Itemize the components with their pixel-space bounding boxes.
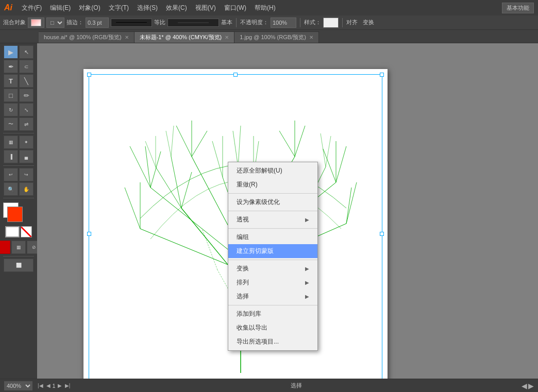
menu-file[interactable]: 文件(F)	[18, 2, 46, 14]
first-page-btn[interactable]: |◀	[37, 383, 44, 388]
context-menu-item-arrange[interactable]: 排列▶	[228, 276, 317, 289]
artboard-tool[interactable]: ⬜	[4, 259, 33, 272]
context-menu-item-pixel-opt[interactable]: 设为像素级优化	[228, 195, 317, 209]
context-menu-item-perspective[interactable]: 透视▶	[228, 213, 317, 227]
next-page-btn[interactable]: ▶	[57, 383, 63, 388]
redo-tool[interactable]: ↪	[19, 168, 33, 181]
stroke-preview	[111, 19, 152, 27]
context-menu-item-transform[interactable]: 变换▶	[228, 262, 317, 276]
context-menu-item-select[interactable]: 选择▶	[228, 289, 317, 303]
column-graph-tool[interactable]: ▐	[4, 150, 18, 163]
stroke-color-box[interactable]	[28, 18, 44, 28]
zoom-select[interactable]: 400%	[4, 381, 32, 390]
tool-sep-3	[3, 198, 34, 198]
graph-tool[interactable]: ▦	[4, 135, 18, 149]
svg-line-26	[336, 146, 346, 182]
context-menu-item-clipping-mask[interactable]: 建立剪切蒙版	[228, 244, 317, 258]
hand-tool[interactable]: ✋	[19, 182, 33, 196]
width-tool[interactable]: ⇌	[19, 117, 33, 131]
none-color-chip[interactable]	[21, 226, 32, 237]
svg-line-3	[140, 229, 241, 270]
brush-tool[interactable]: ✏	[19, 89, 33, 102]
tab-house[interactable]: house.ai* @ 100% (RGB/预览) ✕	[39, 31, 134, 43]
tool-sep-1	[3, 133, 34, 133]
svg-line-42	[145, 141, 156, 167]
symbol-tool[interactable]: ✦	[19, 135, 33, 149]
stroke-label: 描边：	[66, 19, 83, 26]
workspace-selector[interactable]: 基本功能	[502, 3, 534, 13]
svg-line-39	[238, 126, 241, 167]
menu-effect[interactable]: 效果(C)	[162, 2, 191, 14]
context-menu-sep	[228, 228, 317, 229]
menu-help[interactable]: 帮助(H)	[250, 2, 280, 14]
svg-line-47	[321, 133, 326, 167]
context-menu-sep	[228, 211, 317, 211]
direct-select-tool[interactable]: ↖	[19, 45, 33, 59]
scroll-right-btn[interactable]: ▶	[528, 382, 534, 390]
tool-row-11	[5, 226, 32, 237]
handle-tr[interactable]	[380, 73, 384, 77]
tool-row-9: ↩ ↪	[4, 168, 33, 181]
context-menu-item-collect-export[interactable]: 收集以导出	[228, 321, 317, 335]
menu-select[interactable]: 选择(S)	[133, 2, 162, 14]
text-tool[interactable]: T	[4, 74, 18, 88]
top-menu-bar: Ai 文件(F) 编辑(E) 对象(O) 文字(T) 选择(S) 效果(C) 视…	[0, 0, 538, 15]
bar-graph-tool[interactable]: ▄	[19, 150, 33, 163]
svg-line-36	[212, 141, 223, 177]
tab-house-close[interactable]: ✕	[125, 35, 129, 40]
menu-text[interactable]: 文字(T)	[105, 2, 133, 14]
undo-tool[interactable]: ↩	[4, 168, 18, 181]
pen-tool[interactable]: ✒	[4, 60, 18, 73]
svg-line-29	[295, 126, 305, 157]
line-tool[interactable]: ╲	[19, 74, 33, 88]
color-area	[3, 202, 34, 223]
stroke-type-select[interactable]: □	[46, 18, 64, 28]
tab-jpg[interactable]: 1.jpg @ 100% (RGB/预览) ✕	[234, 31, 319, 43]
zoom-tool[interactable]: 🔍	[4, 182, 18, 196]
tool-row-6: 〜 ⇌	[4, 117, 33, 131]
rect-tool[interactable]: □	[4, 89, 18, 102]
handle-mr[interactable]	[380, 232, 384, 236]
lasso-tool[interactable]: ⊂	[19, 60, 33, 73]
prev-page-btn[interactable]: ◀	[45, 383, 52, 388]
context-menu-item-export-selected[interactable]: 导出所选项目...	[228, 335, 317, 349]
svg-line-15	[130, 146, 150, 188]
gradient-btn[interactable]: ▦	[11, 241, 26, 254]
menu-edit[interactable]: 编辑(E)	[46, 2, 75, 14]
style-preview	[323, 18, 339, 28]
tool-row-10: 🔍 ✋	[4, 182, 33, 196]
menu-object[interactable]: 对象(O)	[75, 2, 104, 14]
foreground-color[interactable]	[7, 207, 23, 222]
menu-window[interactable]: 窗口(W)	[220, 2, 250, 14]
context-menu: 还原全部解锁(U)重做(R)设为像素级优化透视▶编组建立剪切蒙版变换▶排列▶选择…	[228, 162, 318, 351]
align-btn[interactable]: 对齐	[346, 19, 358, 26]
svg-line-44	[166, 131, 171, 157]
tab-untitled-close[interactable]: ✕	[225, 35, 229, 40]
tool-row-2: ✒ ⊂	[4, 60, 33, 73]
last-page-btn[interactable]: ▶|	[64, 383, 72, 388]
status-bar: 400% |◀ ◀ 1 ▶ ▶| 选择 ◀ ▶	[0, 379, 538, 392]
svg-line-20	[192, 131, 207, 157]
scale-tool[interactable]: ⤡	[19, 103, 33, 116]
rotate-tool[interactable]: ↻	[4, 103, 18, 116]
tool-row-5: ↻ ⤡	[4, 103, 33, 116]
transform-btn[interactable]: 变换	[363, 19, 374, 26]
opacity-input[interactable]	[271, 18, 296, 28]
canvas-area[interactable]: 橡皮 还原全部解锁(U)重做(R)设为像素级优化透视▶编组建立剪切蒙版变换▶排列…	[37, 43, 538, 379]
scroll-left-btn[interactable]: ◀	[522, 382, 527, 390]
warp-tool[interactable]: 〜	[4, 117, 18, 131]
context-menu-sep	[228, 193, 317, 194]
scroll-arrows: ◀ ▶	[522, 382, 534, 390]
stroke-color-chip[interactable]	[5, 226, 20, 237]
tool-sep-4	[3, 256, 34, 257]
context-menu-item-add-library[interactable]: 添加到库	[228, 307, 317, 321]
fill-color-btn[interactable]	[0, 241, 10, 254]
context-menu-item-undo-all[interactable]: 还原全部解锁(U)	[228, 164, 317, 178]
tab-jpg-close[interactable]: ✕	[309, 35, 313, 40]
menu-view[interactable]: 视图(V)	[191, 2, 220, 14]
stroke-width-input[interactable]	[86, 18, 109, 28]
context-menu-item-group[interactable]: 编组	[228, 230, 317, 244]
select-tool[interactable]: ▶	[4, 45, 18, 59]
tab-untitled[interactable]: 未标题-1* @ 400% (CMYK/预览) ✕	[134, 31, 235, 43]
context-menu-item-redo[interactable]: 重做(R)	[228, 178, 317, 192]
